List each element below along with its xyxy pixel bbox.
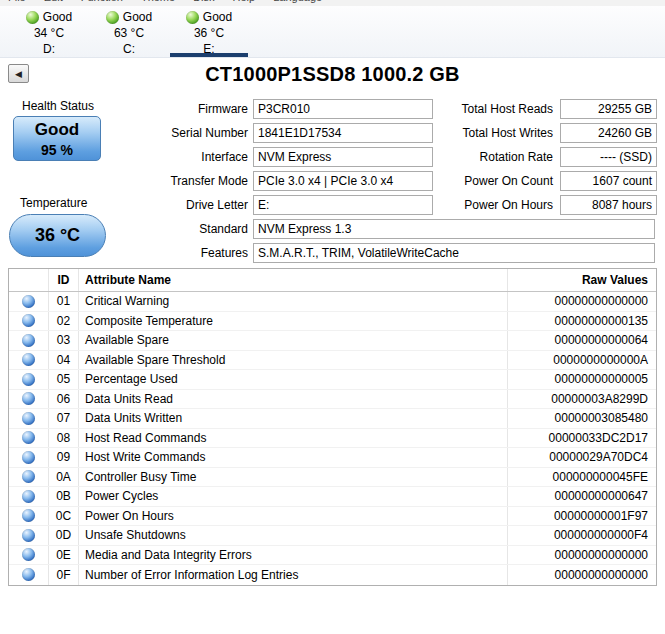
smart-attribute-row[interactable]: 08 Host Read Commands 00000033DC2D17 (9, 429, 656, 449)
smart-attribute-row[interactable]: 04 Available Spare Threshold 00000000000… (9, 351, 656, 371)
attribute-raw-value: 00000000000135 (508, 312, 656, 331)
info-row: Power On Count 1607 count (445, 169, 657, 193)
attribute-id: 03 (49, 331, 79, 350)
attribute-name: Available Spare Threshold (79, 351, 508, 370)
info-label: Rotation Rate (445, 150, 560, 164)
smart-attribute-row[interactable]: 09 Host Write Commands 00000029A70DC4 (9, 448, 656, 468)
attribute-status-cell (9, 468, 49, 487)
info-label: Total Host Reads (445, 102, 560, 116)
smart-attribute-row[interactable]: 0C Power On Hours 00000000001F97 (9, 507, 656, 527)
attribute-name: Host Write Commands (79, 448, 508, 467)
attribute-raw-value: 00000000001F97 (508, 507, 656, 526)
menu-item[interactable]: Theme (141, 0, 175, 3)
smart-attribute-row[interactable]: 0D Unsafe Shutdowns 000000000000F4 (9, 526, 656, 546)
info-row: Transfer Mode PCIe 3.0 x4 | PCIe 3.0 x4 (128, 169, 437, 193)
smart-attribute-row[interactable]: 0F Number of Error Information Log Entri… (9, 565, 656, 585)
info-row: Total Host Reads 29255 GB (445, 97, 657, 121)
info-value: E: (253, 195, 433, 215)
attribute-raw-value: 000000000000F4 (508, 526, 656, 545)
attribute-status-orb-icon (22, 509, 35, 522)
attribute-status-orb-icon (22, 451, 35, 464)
smart-attribute-row[interactable]: 05 Percentage Used 00000000000005 (9, 370, 656, 390)
attribute-name: Host Read Commands (79, 429, 508, 448)
drive-tab[interactable]: Good 63 °C C: (89, 6, 169, 57)
info-value: 1607 count (560, 171, 657, 191)
menu-item[interactable]: Disk (193, 0, 214, 3)
drive-tab[interactable]: Good 34 °C D: (9, 6, 89, 57)
attribute-id: 09 (49, 448, 79, 467)
attribute-name: Unsafe Shutdowns (79, 526, 508, 545)
menu-item[interactable]: File (8, 0, 26, 3)
smart-attribute-row[interactable]: 01 Critical Warning 00000000000000 (9, 292, 656, 312)
drive-letter-label: C: (123, 41, 135, 57)
info-value: 29255 GB (560, 99, 657, 119)
attribute-status-orb-icon (22, 490, 35, 503)
attribute-id: 06 (49, 390, 79, 409)
info-row: Firmware P3CR010 (128, 97, 437, 121)
health-status-value: Good (14, 119, 100, 141)
drive-tab-status-row: Good (26, 9, 72, 25)
attribute-id: 07 (49, 409, 79, 428)
smart-attribute-row[interactable]: 0B Power Cycles 00000000000647 (9, 487, 656, 507)
temperature-value: 36 °C (35, 225, 80, 246)
attribute-name: Critical Warning (79, 292, 508, 311)
attribute-status-cell (9, 331, 49, 350)
menu-item[interactable]: Function (81, 0, 123, 3)
smart-attribute-row[interactable]: 0A Controller Busy Time 000000000045FE (9, 468, 656, 488)
attribute-status-cell (9, 351, 49, 370)
attribute-raw-value: 00000000000000 (508, 565, 656, 585)
drive-selection-bar: Good 34 °C D: Good 63 °C C: Good 36 (0, 6, 665, 58)
health-percent-value: 95 % (14, 141, 100, 159)
smart-attribute-row[interactable]: 02 Composite Temperature 00000000000135 (9, 312, 656, 332)
info-label: Firmware (128, 102, 253, 116)
info-row: Rotation Rate ---- (SSD) (445, 145, 657, 169)
drive-info-wide: Standard NVM Express 1.3 Features S.M.A.… (128, 217, 655, 265)
smart-attribute-row[interactable]: 07 Data Units Written 00000003085480 (9, 409, 656, 429)
menu-item[interactable]: Edit (44, 0, 63, 3)
drive-title: CT1000P1SSD8 1000.2 GB (0, 63, 665, 86)
info-label: Transfer Mode (128, 174, 253, 188)
info-row: Power On Hours 8087 hours (445, 193, 657, 217)
info-label: Drive Letter (128, 198, 253, 212)
attribute-status-cell (9, 409, 49, 428)
drive-tab[interactable]: Good 36 °C E: (169, 6, 249, 57)
temperature-button[interactable]: 36 °C (9, 214, 106, 257)
info-value: P3CR010 (253, 99, 433, 119)
health-status-button[interactable]: Good 95 % (13, 116, 101, 161)
info-value: S.M.A.R.T., TRIM, VolatileWriteCache (253, 243, 655, 263)
smart-attribute-row[interactable]: 06 Data Units Read 00000003A8299D (9, 390, 656, 410)
attribute-id: 0C (49, 507, 79, 526)
attribute-status-cell (9, 526, 49, 545)
drive-letter-label: E: (203, 41, 214, 57)
attribute-raw-value: 00000000000005 (508, 370, 656, 389)
attribute-status-orb-icon (22, 548, 35, 561)
info-label: Standard (128, 222, 253, 236)
attribute-id: 08 (49, 429, 79, 448)
attribute-raw-value: 00000003A8299D (508, 390, 656, 409)
info-value: NVM Express (253, 147, 433, 167)
attribute-raw-value: 00000003085480 (508, 409, 656, 428)
attribute-status-orb-icon (22, 431, 35, 444)
info-value: 1841E1D17534 (253, 123, 433, 143)
attribute-id: 05 (49, 370, 79, 389)
info-label: Power On Hours (445, 198, 560, 212)
attribute-status-orb-icon (22, 568, 35, 581)
attribute-name: Number of Error Information Log Entries (79, 565, 508, 585)
drive-temp-label: 34 °C (34, 25, 64, 41)
crystaldiskinfo-window: File Edit Function Theme Disk Help Langu… (0, 0, 665, 634)
smart-attribute-row[interactable]: 03 Available Spare 00000000000064 (9, 331, 656, 351)
menu-item[interactable]: Language (273, 0, 322, 3)
attribute-status-cell (9, 565, 49, 585)
attribute-raw-value: 0000000000000A (508, 351, 656, 370)
drive-info-left: Firmware P3CR010 Serial Number 1841E1D17… (128, 97, 437, 217)
info-value: 8087 hours (560, 195, 657, 215)
attribute-status-cell (9, 487, 49, 506)
info-label: Power On Count (445, 174, 560, 188)
attribute-name: Power On Hours (79, 507, 508, 526)
menu-item[interactable]: Help (233, 0, 256, 3)
smart-attribute-row[interactable]: 0E Media and Data Integrity Errors 00000… (9, 546, 656, 566)
attribute-status-cell (9, 312, 49, 331)
info-label: Total Host Writes (445, 126, 560, 140)
attribute-id: 0F (49, 565, 79, 585)
attribute-id: 0A (49, 468, 79, 487)
